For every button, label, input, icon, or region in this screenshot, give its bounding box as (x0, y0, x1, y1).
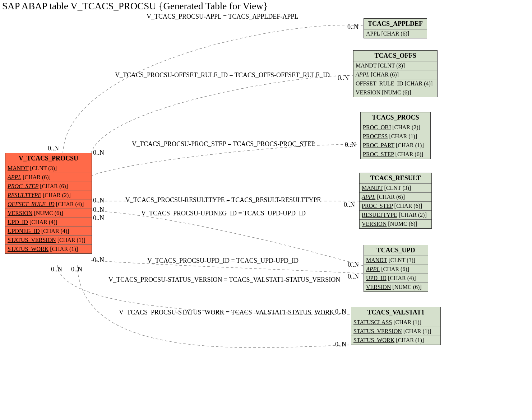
field-name: STATUS_WORK (353, 337, 394, 343)
cardinality-label: 0..N (51, 266, 62, 273)
field-name: STATUSCLASS (353, 319, 392, 325)
field-name: PROC_STEP (363, 151, 394, 157)
field-type: [NUMC (6)] (392, 284, 421, 290)
field-type: [NUMC (6)] (388, 221, 417, 227)
field-name: PROC_PART (363, 142, 394, 148)
field-row: VERSION [NUMC (6)] (364, 283, 428, 291)
field-name: UPD_ID (366, 275, 387, 281)
field-type: [CHAR (4)] (404, 80, 432, 87)
field-row: PROCESS [CHAR (1)] (361, 132, 430, 141)
field-name: MANDT (366, 257, 387, 263)
page-title: SAP ABAP table V_TCACS_PROCSU {Generated… (2, 1, 268, 12)
relation-label-upd: V_TCACS_PROCSU-UPD_ID = TCACS_UPD-UPD_ID (147, 257, 299, 265)
field-row: MANDT [CLNT (3)] (5, 164, 92, 173)
cardinality-label: 0..N (93, 256, 104, 264)
field-type: [CHAR (2)] (399, 212, 427, 218)
entity-tcacs-valstat1: TCACS_VALSTAT1 STATUSCLASS [CHAR (1)] ST… (351, 307, 441, 345)
field-row: APPL [CHAR (6)] (364, 29, 427, 38)
field-type: [CHAR (4)] (29, 219, 57, 225)
field-name: APPL (366, 266, 380, 272)
field-type: [CHAR (6)] (381, 266, 409, 272)
field-row: STATUSCLASS [CHAR (1)] (351, 318, 440, 327)
field-name: OFFSET_RULE_ID (8, 201, 55, 207)
field-type: [CLNT (3)] (384, 185, 411, 191)
cardinality-label: 0..N (93, 206, 104, 214)
entity-title: V_TCACS_PROCSU (5, 153, 92, 164)
field-row: STATUS_WORK [CHAR (1)] (5, 245, 92, 253)
field-type: [CHAR (6)] (377, 194, 405, 200)
diagram-canvas: SAP ABAP table V_TCACS_PROCSU {Generated… (0, 0, 532, 420)
cardinality-label: 0..N (93, 197, 104, 204)
field-name: UPDNEG_ID (8, 228, 40, 234)
field-name: APPL (362, 194, 375, 200)
field-row: MANDT [CLNT (3)] (364, 256, 428, 265)
field-name: MANDT (8, 165, 28, 171)
field-name: RESULTTYPE (362, 212, 397, 218)
field-type: [CHAR (6)] (381, 31, 410, 37)
field-type: [CHAR (1)] (50, 246, 78, 252)
entity-title: TCACS_VALSTAT1 (351, 307, 440, 318)
field-row: APPL [CHAR (6)] (360, 193, 431, 202)
field-type: [CHAR (4)] (41, 228, 69, 234)
entity-title: TCACS_PROCS (361, 112, 430, 123)
cardinality-label: 0..N (344, 201, 355, 209)
relation-label-procstep: V_TCACS_PROCSU-PROC_STEP = TCACS_PROCS-P… (132, 140, 315, 148)
field-row: VERSION [NUMC (6)] (353, 88, 437, 97)
relation-label-resulttype: V_TCACS_PROCSU-RESULTTYPE = TCACS_RESULT… (125, 196, 321, 204)
field-type: [CHAR (1)] (396, 142, 424, 148)
cardinality-label: 0..N (345, 141, 356, 149)
field-type: [CLNT (3)] (378, 62, 405, 69)
entity-tcacs-result: TCACS_RESULT MANDT [CLNT (3)] APPL [CHAR… (359, 173, 432, 229)
field-row: UPDNEG_ID [CHAR (4)] (5, 227, 92, 236)
field-row: APPL [CHAR (6)] (353, 70, 437, 79)
field-row: VERSION [NUMC (6)] (5, 209, 92, 218)
field-name: VERSION (362, 221, 387, 227)
relation-label-updneg: V_TCACS_PROCSU-UPDNEG_ID = TCACS_UPD-UPD… (141, 210, 306, 217)
field-row: RESULTTYPE [CHAR (2)] (5, 191, 92, 200)
field-row: UPD_ID [CHAR (4)] (364, 274, 428, 283)
field-row: PROC_STEP [CHAR (6)] (5, 182, 92, 191)
relation-label-appl: V_TCACS_PROCSU-APPL = TCACS_APPLDEF-APPL (147, 13, 298, 20)
field-row: VERSION [NUMC (6)] (360, 220, 431, 228)
relation-label-statusw: V_TCACS_PROCSU-STATUS_WORK = TCACS_VALST… (119, 309, 334, 316)
cardinality-label: 0..N (348, 273, 359, 280)
entity-title: TCACS_APPLDEF (364, 19, 427, 29)
field-type: [NUMC (6)] (382, 89, 411, 95)
field-row: UPD_ID [CHAR (4)] (5, 218, 92, 227)
field-type: [CHAR (6)] (40, 183, 68, 189)
field-type: [NUMC (6)] (34, 210, 63, 216)
field-name: APPL (356, 71, 369, 78)
field-row: MANDT [CLNT (3)] (353, 61, 437, 70)
cardinality-label: 0..N (338, 74, 349, 82)
entity-tcacs-procs: TCACS_PROCS PROC_OBJ [CHAR (2)] PROCESS … (360, 112, 431, 159)
entity-title: TCACS_UPD (364, 245, 428, 256)
field-type: [CHAR (1)] (393, 319, 421, 325)
field-name: UPD_ID (8, 219, 28, 225)
field-type: [CLNT (3)] (388, 257, 415, 263)
cardinality-label: 0..N (48, 145, 59, 152)
field-row: STATUS_VERSION [CHAR (1)] (351, 327, 440, 336)
field-name: APPL (366, 31, 380, 37)
cardinality-label: 0..N (347, 23, 358, 31)
field-row: PROC_STEP [CHAR (6)] (360, 202, 431, 211)
field-type: [CHAR (1)] (57, 237, 85, 243)
field-row: APPL [CHAR (6)] (364, 265, 428, 274)
field-row: RESULTTYPE [CHAR (2)] (360, 211, 431, 220)
field-type: [CHAR (6)] (394, 203, 422, 209)
field-name: PROCESS (363, 133, 388, 139)
field-name: APPL (8, 174, 21, 180)
field-type: [CHAR (6)] (395, 151, 424, 157)
field-type: [CHAR (1)] (396, 337, 424, 343)
field-name: STATUS_VERSION (8, 237, 56, 243)
field-row: MANDT [CLNT (3)] (360, 184, 431, 193)
field-name: PROC_OBJ (363, 124, 391, 130)
field-name: STATUS_VERSION (353, 328, 402, 334)
field-name: RESULTTYPE (8, 192, 41, 198)
entity-v-tcacs-procsu: V_TCACS_PROCSU MANDT [CLNT (3)] APPL [CH… (5, 153, 92, 254)
field-name: STATUS_WORK (8, 246, 48, 252)
cardinality-label: 0..N (71, 266, 82, 273)
entity-title: TCACS_OFFS (353, 51, 437, 61)
field-type: [CHAR (2)] (43, 192, 71, 198)
field-type: [CHAR (4)] (56, 201, 84, 207)
field-name: PROC_STEP (8, 183, 38, 189)
